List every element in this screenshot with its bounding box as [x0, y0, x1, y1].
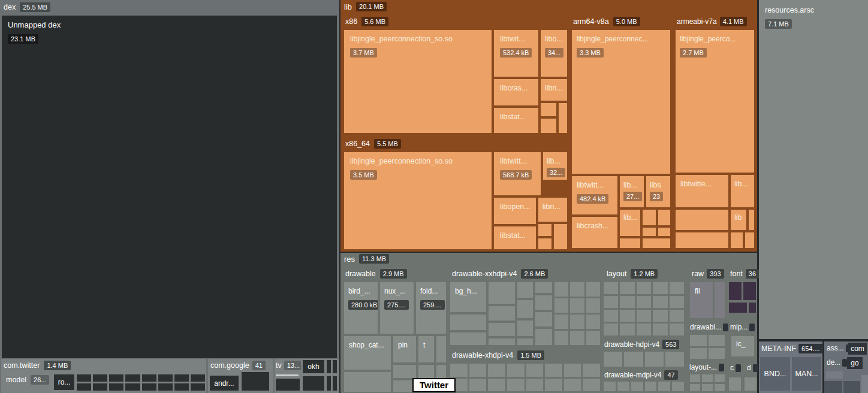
treemap-cell[interactable]: [653, 282, 667, 294]
treemap-cell[interactable]: [507, 379, 525, 392]
file-cell[interactable]: shop_cat...: [344, 336, 391, 370]
treemap-cell[interactable]: [658, 228, 670, 236]
treemap-cell[interactable]: [643, 210, 656, 225]
mip-header[interactable]: mip...: [730, 323, 755, 331]
treemap-cell[interactable]: [745, 377, 757, 391]
file-cell[interactable]: nux_... 275....: [380, 282, 414, 334]
section-lib[interactable]: lib 20.1 MB x86 5.6 MB libjingle_peercon…: [340, 0, 757, 252]
treemap-cell[interactable]: [658, 210, 670, 225]
drawabl-header[interactable]: drawabl...: [690, 323, 728, 331]
file-cell[interactable]: libstat...: [494, 108, 538, 133]
treemap-cell[interactable]: [665, 352, 684, 367]
treemap-cell[interactable]: [507, 364, 525, 377]
cell-unmapped-dex[interactable]: Unmapped dex 23.1 MB: [2, 16, 337, 358]
file-cell[interactable]: lib...: [731, 175, 754, 207]
file-cell[interactable]: bg_h...: [450, 282, 486, 312]
file-cell[interactable]: libstat...: [494, 226, 536, 249]
treemap-cell[interactable]: [631, 382, 643, 391]
drawable-hdpi-header[interactable]: drawable-hdpi-v4 563: [604, 340, 679, 349]
treemap-cell[interactable]: [535, 329, 552, 345]
treemap-cell[interactable]: [637, 324, 651, 335]
treemap-cell[interactable]: [729, 377, 741, 391]
treemap-cell[interactable]: [276, 374, 299, 376]
layout-header[interactable]: layout 1.2 MB: [607, 269, 658, 279]
d-header[interactable]: d: [747, 364, 758, 372]
file-cell[interactable]: t: [418, 336, 434, 362]
treemap-cell[interactable]: [554, 315, 568, 329]
com-twitter-header[interactable]: com.twitter 1.4 MB: [4, 361, 71, 370]
file-cell[interactable]: libn...: [541, 79, 567, 101]
treemap-cell[interactable]: [469, 364, 487, 377]
cell-resources-arsc[interactable]: resources.arsc 7.1 MB: [759, 0, 868, 339]
treemap-cell[interactable]: [620, 310, 634, 322]
section-x86[interactable]: x86 5.6 MB libjingle_peerconnection_so.s…: [342, 14, 568, 135]
treemap-cell[interactable]: [690, 374, 700, 382]
treemap-cell[interactable]: [861, 375, 868, 393]
section-res[interactable]: res 11.3 MB drawable 2.9 MB bird_... 280…: [340, 253, 757, 393]
treemap-cell[interactable]: [174, 383, 189, 391]
treemap-cell[interactable]: [749, 210, 754, 230]
model-header[interactable]: model 26...: [6, 375, 49, 385]
file-cell[interactable]: bird_... 280.0 kB: [344, 282, 378, 334]
treemap-cell[interactable]: [643, 228, 656, 236]
treemap-cell[interactable]: [586, 282, 600, 297]
res-header[interactable]: res 11.3 MB: [344, 254, 389, 264]
treemap-cell[interactable]: [604, 296, 618, 308]
treemap-cell[interactable]: [676, 210, 728, 230]
treemap-cell[interactable]: [517, 321, 533, 336]
cell-andr[interactable]: andr...: [210, 376, 239, 391]
section-font[interactable]: font 36: [728, 267, 757, 321]
file-cell[interactable]: libtwitt... 482.4 kB: [572, 176, 617, 214]
treemap-cell[interactable]: [676, 232, 728, 248]
layout2-header[interactable]: layout-...: [689, 363, 724, 371]
treemap-cell[interactable]: [570, 298, 584, 313]
file-cell[interactable]: libopen...: [494, 198, 536, 224]
treemap-cell[interactable]: [617, 382, 629, 391]
cell-go[interactable]: go: [847, 357, 863, 369]
treemap-cell[interactable]: [670, 282, 684, 294]
treemap-cell[interactable]: [715, 282, 725, 318]
treemap-cell[interactable]: [436, 365, 446, 378]
treemap-cell[interactable]: [333, 376, 337, 391]
treemap-cell[interactable]: [450, 364, 468, 377]
file-cell[interactable]: lib...: [620, 210, 640, 236]
treemap-cell[interactable]: [142, 383, 156, 391]
treemap-cell[interactable]: [637, 310, 651, 322]
treemap-cell[interactable]: [570, 315, 584, 329]
treemap-cell[interactable]: [604, 310, 618, 322]
drawable-mdpi-header[interactable]: drawable-mdpi-v4 47: [604, 370, 678, 380]
treemap-cell[interactable]: [604, 382, 616, 391]
file-cell[interactable]: libcrash...: [572, 217, 617, 248]
treemap-cell[interactable]: [702, 374, 712, 382]
treemap-cell[interactable]: [125, 383, 140, 391]
section-meta-inf[interactable]: META-INF 654.... BND... MAN...: [759, 341, 822, 393]
file-cell[interactable]: lib: [731, 210, 746, 230]
cell-ro[interactable]: ro...: [54, 374, 74, 390]
treemap-cell[interactable]: [489, 338, 515, 345]
meta-inf-header[interactable]: META-INF 654....: [761, 344, 823, 353]
treemap-cell[interactable]: [826, 371, 843, 379]
treemap-cell[interactable]: [109, 374, 123, 382]
treemap-cell[interactable]: [564, 379, 581, 392]
treemap-cell[interactable]: [702, 384, 712, 392]
file-cell[interactable]: libtwitte...: [676, 175, 728, 207]
treemap-cell[interactable]: [653, 310, 667, 322]
treemap-cell[interactable]: [570, 282, 584, 297]
treemap-cell[interactable]: [554, 331, 568, 345]
treemap-cell[interactable]: [643, 238, 670, 248]
treemap-cell[interactable]: [327, 360, 331, 373]
section-drawable-xxhdpi[interactable]: drawable-xxhdpi-v4 2.6 MB bg_h...: [448, 267, 602, 347]
treemap-cell[interactable]: [535, 312, 552, 327]
file-cell[interactable]: libtwitt... 568.7 kB: [494, 152, 541, 195]
treemap-cell[interactable]: [469, 379, 487, 392]
treemap-cell[interactable]: [670, 296, 684, 308]
treemap-cell[interactable]: [276, 379, 300, 391]
treemap-cell[interactable]: [709, 335, 725, 346]
treemap-cell[interactable]: [564, 364, 581, 377]
treemap-cell[interactable]: [488, 364, 505, 377]
section-drawable[interactable]: drawable 2.9 MB bird_... 280.0 kB nux_..…: [342, 267, 447, 393]
treemap-cell[interactable]: [645, 382, 657, 391]
drawable-header[interactable]: drawable 2.9 MB: [345, 269, 407, 279]
treemap-cell[interactable]: [191, 374, 205, 382]
treemap-cell[interactable]: [670, 310, 684, 322]
